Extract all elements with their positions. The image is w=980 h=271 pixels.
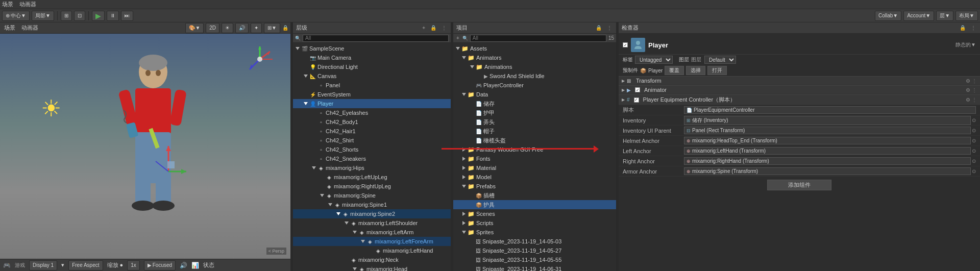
folder-sprites[interactable]: 📁 Sprites [453,228,616,237]
hierarchy-dots-icon[interactable]: ⋮ [440,25,448,31]
layer-dropdown[interactable]: Default [704,56,736,64]
component-transform-header[interactable]: ▶ ⊞ Transform ⚙ ⋮ [619,76,980,85]
hierarchy-search-input[interactable] [303,35,449,42]
animator-settings-icon[interactable]: ⚙ ⋮ [966,87,977,93]
tree-item-dir-light[interactable]: 💡 Directional Light [293,62,451,71]
gizmos-btn[interactable]: ⊞▼ [264,23,280,33]
file-chucun[interactable]: 📄 储存 [453,99,616,108]
tree-item-ch42-eyelashes[interactable]: ▫ Ch42_Eyelashes [293,108,451,117]
center-toggle-btn[interactable]: ⊕ 中心▼ [2,11,30,21]
static-dropdown[interactable]: 静态的▼ [955,41,976,48]
lighting-btn[interactable]: ☀ [222,23,233,33]
pec-settings-icon[interactable]: ⚙ ⋮ [966,97,977,103]
pec-check[interactable]: ✓ [634,97,639,103]
tree-item-leftupleg[interactable]: ◈ mixamorig:LeftUpLeg [293,173,451,182]
tree-item-main-camera[interactable]: 📷 Main Camera [293,53,451,62]
folder-fantasy[interactable]: 📁 Fantasy Wooden GUI Free [453,145,616,154]
helmet-anchor-field[interactable]: ⊕ mixamorig:HeadTop_End (Transform) [684,137,971,144]
aspect-dropdown[interactable]: Free Aspect [68,260,103,270]
folder-prefabs[interactable]: 📁 Prefabs [453,182,616,191]
folder-animations[interactable]: 📁 Animations [453,62,616,71]
inv-ui-parent-field[interactable]: ⊟ Panel (Rect Transform) [684,127,971,134]
add-component-button[interactable]: 添加组件 [767,180,831,190]
prefab-overrides-btn[interactable]: 覆盖 [665,66,684,75]
inspector-dots-icon[interactable]: ⋮ [970,25,977,31]
play-btn[interactable]: ▶ [92,11,105,21]
file-snip4[interactable]: 🖼 Snipaste_2023-11-19_14-06-31 [453,264,616,271]
tree-item-spine2[interactable]: ◈ mixamorig:Spine2 [293,209,451,218]
inspector-lock-icon[interactable]: 🔒 [959,25,967,31]
armor-circle-btn[interactable]: ⊙ [972,168,976,174]
hierarchy-lock-icon[interactable]: 🔒 [429,25,437,31]
account-btn[interactable]: Account▼ [903,11,934,21]
display-dropdown[interactable]: Display 1 [29,260,57,270]
tree-item-ch42-shorts[interactable]: ▫ Ch42_Shorts [293,145,451,154]
project-lock-icon[interactable]: 🔒 [595,25,603,31]
prefab-open-btn[interactable]: 打开 [707,66,727,75]
tree-item-samplescene[interactable]: 🎬 SampleScene [293,44,451,53]
tree-item-spine1[interactable]: ◈ mixamorig:Spine1 [293,200,451,209]
tree-item-leftarm[interactable]: ◈ mixamorig:LeftArm [293,228,451,237]
effects-btn[interactable]: ✦ [251,23,262,33]
folder-fonts[interactable]: 📁 Fonts [453,154,616,163]
tree-item-neck[interactable]: ◈ mixamorig:Neck [293,255,451,264]
file-playercontroller[interactable]: 🎮 PlayerController [453,81,616,90]
layers-btn[interactable]: 层▼ [936,11,953,21]
tree-item-leftshoulder[interactable]: ◈ mixamorig:LeftShoulder [293,218,451,228]
collab-btn[interactable]: Collab▼ [875,11,901,21]
left-anchor-field[interactable]: ⊕ mixamorig:LeftHand (Transform) [684,147,971,155]
scene-canvas[interactable]: ☀ [0,34,290,259]
pause-btn[interactable]: ⏸ [107,11,119,21]
file-maozi[interactable]: 📄 帽子 [453,127,616,136]
play-focused-btn[interactable]: ▶ Focused [144,260,176,270]
file-hujia[interactable]: 📄 护甲 [453,108,616,117]
file-snip3[interactable]: 🖼 Snipaste_2023-11-19_14-05-55 [453,255,616,264]
file-helmet[interactable]: 📄 橄榄头盔 [453,136,616,145]
tree-item-spine[interactable]: ◈ mixamorig:Spine [293,191,451,200]
folder-scenes[interactable]: 📁 Scenes [453,209,616,218]
inventory-value-field[interactable]: ⊞ 储存 (Inventory) [684,116,971,125]
prefab-select-btn[interactable]: 选择 [686,66,705,75]
script-value-field[interactable]: 📄 PlayerEquipmentController [684,106,976,114]
tag-dropdown[interactable]: Untagged [635,56,673,64]
helmet-circle-btn[interactable]: ⊙ [972,138,976,143]
layout-btn[interactable]: 布局▼ [955,11,978,21]
scene-gizmo[interactable] [244,44,275,75]
file-snip2[interactable]: 🖼 Snipaste_2023-11-19_14-05-27 [453,246,616,255]
folder-material[interactable]: 📁 Material [453,163,616,173]
hierarchy-plus-icon[interactable]: + [421,25,426,31]
file-nongtou[interactable]: 📄 弄头 [453,117,616,127]
snap-btn[interactable]: ⊞ [61,11,72,21]
folder-scripts[interactable]: 📁 Scripts [453,218,616,228]
scene-tab[interactable]: 场景 [2,24,17,32]
grid-btn[interactable]: ⊡ [74,11,85,21]
plus-icon-project[interactable]: + [455,35,460,41]
right-circle-btn[interactable]: ⊙ [972,158,976,164]
left-circle-btn[interactable]: ⊙ [972,148,976,154]
tree-item-panel[interactable]: ▫ Panel [293,81,451,90]
tree-item-hips[interactable]: ◈ mixamorig:Hips [293,163,451,173]
shading-btn[interactable]: 🎨▼ [185,23,204,33]
menu-item-animator[interactable]: 动画器 [19,1,36,8]
local-toggle-btn[interactable]: 局部▼ [32,11,54,21]
tree-item-ch42-hair1[interactable]: ▫ Ch42_Hair1 [293,127,451,136]
tree-item-head[interactable]: ◈ mixamorig:Head [293,264,451,271]
file-snip1[interactable]: 🖼 Snipaste_2023-11-19_14-05-03 [453,237,616,246]
mute-icon[interactable]: 🔊 [180,262,187,269]
tree-item-ch42-shirt[interactable]: ▫ Ch42_Shirt [293,136,451,145]
tree-item-lefthand[interactable]: ◈ mixamorig:LeftHand [293,246,451,255]
project-dots-icon[interactable]: ⋮ [606,25,613,31]
folder-assets[interactable]: 📁 Assets [453,44,616,53]
folder-data[interactable]: 📁 Data [453,90,616,99]
armor-anchor-field[interactable]: ⊕ mixamorig:Spine (Transform) [684,167,971,175]
audio-btn[interactable]: 🔊 [235,23,249,33]
folder-animators[interactable]: 📁 Animators [453,53,616,62]
animator-check[interactable]: ✓ [635,87,640,92]
file-sword-idle[interactable]: ▶ Sword And Shield Idle [453,71,616,81]
tree-item-canvas[interactable]: 📐 Canvas [293,71,451,81]
stats-icon[interactable]: 📊 [191,262,199,269]
project-search-input[interactable] [470,35,606,42]
step-btn[interactable]: ⏭ [121,11,133,21]
tree-item-player[interactable]: 👤 Player [293,99,451,108]
2d-btn[interactable]: 2D [206,23,219,33]
